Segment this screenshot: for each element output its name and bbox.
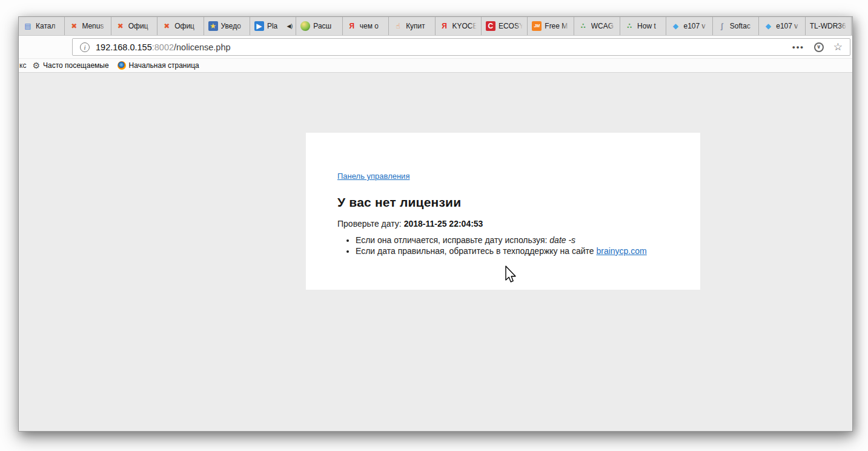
bookmark-label: Начальная страница [129, 61, 199, 70]
mouse-cursor [504, 266, 517, 284]
list-item: Если она отличается, исправьте дату испо… [356, 235, 669, 246]
browser-tab[interactable]: ✖ Офиц [111, 17, 157, 35]
browser-tab[interactable]: Я KYOCE [436, 17, 482, 35]
tab-title: TL-WDR36 [810, 17, 848, 36]
play-icon: ▶ [254, 21, 264, 31]
e107-icon: ◆ [763, 21, 773, 31]
tab-title: ECOSY [499, 17, 524, 36]
firefox-icon [118, 61, 126, 70]
address-bar[interactable]: i 192.168.0.155:8002/nolicense.php ••• ∨… [72, 38, 850, 56]
browser-tab[interactable]: TL-WDR36 [806, 17, 852, 35]
joomla-icon: ✖ [116, 21, 125, 31]
browser-tab[interactable]: ★ Уведо [204, 17, 250, 35]
browser-tab[interactable]: ▶ Pla ◀) [250, 17, 296, 35]
emblem-icon: ★ [208, 21, 218, 31]
e107-icon: ◆ [671, 21, 680, 31]
joomla-icon: ✖ [162, 21, 171, 31]
browser-tab[interactable]: ▤ Катал [19, 17, 65, 35]
tab-title: Катал [36, 17, 61, 36]
url-host: 192.168.0.155 [96, 42, 152, 52]
date-value: 2018-11-25 22:04:53 [404, 219, 483, 229]
browser-tab[interactable]: ☝ Купит [389, 17, 435, 35]
browser-window: ▤ Катал ✖ Menus ✖ Офиц ✖ Офиц ★ Уведо ▶ … [18, 16, 853, 432]
circles-icon: ∴ [624, 21, 634, 31]
browser-tab[interactable]: Расш [296, 17, 342, 35]
ecosys-icon: C [486, 21, 495, 31]
tab-title: Расш [313, 17, 339, 36]
tab-title: Офиц [128, 17, 154, 36]
tab-title: чем о [360, 17, 385, 36]
tab-title: e107 v [683, 17, 709, 36]
list-item: Если дата правильная, обратитесь в техпо… [356, 246, 669, 257]
tab-strip: ▤ Катал ✖ Menus ✖ Офиц ✖ Офиц ★ Уведо ▶ … [19, 17, 852, 36]
browser-tab[interactable]: ◆ e107 v [666, 17, 712, 35]
page-actions-icon[interactable]: ••• [792, 42, 804, 52]
joomla-icon: ✖ [69, 21, 79, 31]
browser-tab[interactable]: JM Free M [528, 17, 574, 35]
site-info-icon[interactable]: i [80, 42, 90, 52]
url-port: :8002 [152, 42, 174, 52]
tab-title: Free M [545, 17, 570, 36]
browser-tab[interactable]: ✖ Menus [65, 17, 111, 35]
yandex-icon: Я [440, 21, 449, 31]
gear-icon: ⚙ [32, 61, 40, 70]
tab-title: Офиц [174, 17, 200, 36]
tab-title: Уведо [221, 17, 247, 36]
bookmark-label: Часто посещаемые [43, 61, 109, 70]
bullet1-command: date -s [549, 235, 575, 245]
tab-title: Softac [730, 17, 755, 36]
url-path: /nolicense.php [174, 42, 231, 52]
tab-title: WCAG [591, 17, 617, 36]
browser-tab[interactable]: ∴ WCAG [574, 17, 620, 35]
navigation-toolbar: i 192.168.0.155:8002/nolicense.php ••• ∨… [19, 36, 852, 58]
browser-tab[interactable]: ʃ Softac [713, 17, 759, 35]
tab-title: Pla [267, 17, 286, 36]
jm-icon: JM [532, 21, 542, 31]
browser-tab[interactable]: Я чем о [343, 17, 389, 35]
browser-tab[interactable]: ∴ How t [620, 17, 666, 35]
tab-title: e107 v [776, 17, 801, 36]
url-text[interactable]: 192.168.0.155:8002/nolicense.php [96, 42, 231, 52]
url-actions: ••• ∨ ☆ [792, 42, 843, 52]
bookmark-item-home[interactable]: Начальная страница [118, 61, 199, 70]
catalog-icon: ▤ [23, 21, 33, 31]
bookmark-item-frequent[interactable]: ⚙ Часто посещаемые [32, 61, 108, 70]
control-panel-link[interactable]: Панель управления [337, 172, 409, 181]
tab-title: How t [637, 17, 663, 36]
tab-title: Купит [406, 17, 431, 36]
check-date-line: Проверьте дату: 2018-11-25 22:04:53 [337, 219, 669, 229]
softaculous-icon: ʃ [717, 21, 727, 31]
date-label: Проверьте дату: [337, 219, 404, 229]
extension-icon [300, 21, 310, 31]
page-title: У вас нет лицензии [337, 195, 669, 210]
browser-tab[interactable]: C ECOSY [482, 17, 528, 35]
license-error-card: Панель управления У вас нет лицензии Про… [306, 133, 700, 290]
hand-icon: ☝ [393, 21, 403, 31]
page-viewport: Панель управления У вас нет лицензии Про… [19, 73, 852, 431]
browser-tab[interactable]: ✖ Офиц [157, 17, 204, 35]
brainycp-link[interactable]: brainycp.com [596, 246, 646, 256]
browser-tab[interactable]: ◆ e107 v [759, 17, 805, 35]
bullet1-text: Если она отличается, исправьте дату испо… [356, 235, 549, 245]
tab-title: KYOCE [452, 17, 478, 36]
bookmark-star-icon[interactable]: ☆ [833, 42, 843, 52]
tab-title: Menus [82, 17, 107, 36]
bullet2-text: Если дата правильная, обратитесь в техпо… [356, 246, 596, 256]
bookmarks-toolbar: кс ⚙ Часто посещаемые Начальная страница [19, 58, 852, 73]
yandex-icon: Я [347, 21, 357, 31]
circles-icon: ∴ [578, 21, 588, 31]
pocket-icon[interactable]: ∨ [814, 42, 824, 52]
instructions-list: Если она отличается, исправьте дату испо… [337, 235, 669, 256]
bookmark-item-partial[interactable]: кс [19, 61, 26, 70]
speaker-icon[interactable]: ◀) [287, 23, 293, 29]
